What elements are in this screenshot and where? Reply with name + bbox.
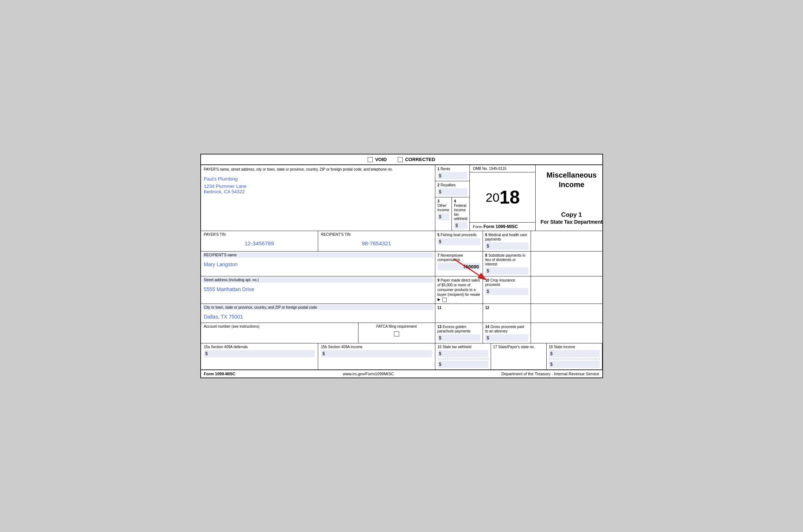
footer-form-name: Form 1099-MISC	[204, 372, 235, 376]
section15a-label: 15a Section 409A deferrals	[204, 345, 315, 349]
form-header: VOID CORRECTED	[201, 155, 602, 165]
rents-field: 1 Rents $	[435, 165, 470, 181]
section15a-value: $	[204, 350, 315, 357]
payer-field-label: PAYER'S name, street address, city or to…	[204, 167, 432, 171]
recipient-name-label: RECIPIENT'S name	[202, 252, 434, 258]
rents-value: $	[438, 172, 468, 179]
royalties-label: Royalties	[440, 183, 456, 187]
footer-website: www.irs.gov/Form1099MISC	[343, 372, 394, 376]
field11: 11	[435, 304, 483, 323]
account-label: Account number (see instructions)	[204, 324, 355, 328]
payer-city-state-zip: Bedrock, CA 54322	[204, 189, 432, 194]
excess-golden-field: 13 Excess golden parachute payments $	[435, 323, 483, 343]
title-spacer2	[531, 252, 602, 276]
bottom-fields-row: 15a Section 409A deferrals $ 15b Section…	[201, 343, 602, 370]
medical-col: 6 Medical and health care payments $	[483, 231, 531, 251]
fatca-checkbox[interactable]	[394, 331, 399, 336]
title-spacer5	[531, 323, 602, 343]
omb-number: OMB No. 1545-0115	[470, 165, 535, 172]
payer-state-label: 17 State/Payer's state no.	[493, 345, 544, 349]
crop-value: $	[485, 288, 528, 295]
recipient-name-cell: RECIPIENT'S name Mary Langston	[201, 252, 435, 276]
nonemployee-col: 7 Nonemployee compensation $ 50000	[435, 252, 483, 276]
copy-title: Copy 1	[540, 211, 602, 219]
royalties-field: 2 Royalties $	[435, 181, 470, 197]
payer-tin-cell: PAYER'S TIN 12-3456789	[201, 231, 318, 251]
footer-dept: Department of the Treasury - Internal Re…	[501, 372, 599, 376]
recipient-tin-cell: RECIPIENT'S TIN 98-7654321	[318, 231, 435, 251]
rents-label: Rents	[440, 167, 450, 171]
account-row: Account number (see instructions) FATCA …	[201, 323, 602, 343]
payer-section: PAYER'S name, street address, city or to…	[201, 165, 435, 231]
void-section: VOID	[368, 157, 387, 162]
title-spacer4	[531, 304, 602, 323]
copy-subtitle: For State Tax Department	[540, 219, 602, 226]
recipient-tin-value: 98-7654321	[321, 237, 432, 249]
state-tax-value2: $	[438, 361, 488, 368]
payer-address: 1234 Plummer Lane	[204, 183, 432, 189]
section15a-cell: 15a Section 409A deferrals $	[201, 343, 318, 369]
direct-sales-checkbox[interactable]	[442, 298, 447, 302]
void-checkbox[interactable]	[368, 157, 373, 162]
year-prefix: 20	[486, 190, 499, 205]
federal-tax-field: 4 Federal income tax withheld $	[452, 197, 470, 231]
state-tax-value1: $	[438, 350, 488, 357]
field12: 12	[483, 304, 531, 323]
street-row: Street address (including apt. no.) 5555…	[201, 276, 602, 304]
street-cell: Street address (including apt. no.) 5555…	[201, 276, 435, 303]
svg-line-1	[454, 259, 485, 279]
center-fields: 1 Rents $ 2 Royalties $ 3 Other income $	[435, 165, 470, 231]
fishing-medical-col: 5 Fishing boat proceeds $	[435, 231, 483, 251]
payer-tin-value: 12-3456789	[204, 237, 315, 249]
medical-value: $	[485, 242, 528, 250]
city-label: City or town, state or province, country…	[202, 305, 434, 310]
arrow-icon	[446, 255, 494, 284]
state-income-value1: $	[549, 350, 600, 357]
city-row: City or town, state or province, country…	[201, 304, 602, 323]
corrected-section: CORRECTED	[398, 157, 435, 162]
other-federal-row: 3 Other income $ 4 Federal income tax wi…	[435, 197, 470, 231]
royalties-num: 2	[438, 183, 440, 187]
row-payer-rents: PAYER'S name, street address, city or to…	[201, 165, 602, 231]
form-1099-misc: VOID CORRECTED PAYER'S name, street addr…	[200, 154, 603, 378]
year-display: 20 18	[470, 172, 535, 223]
corrected-label: CORRECTED	[405, 157, 435, 162]
section15b-cell: 15b Section 409A income $	[318, 343, 435, 369]
title-section: Miscellaneous Income Copy 1 For State Ta…	[536, 165, 607, 231]
section15b-label: 15b Section 409A income	[321, 345, 432, 349]
state-income-label: 18 State income	[549, 345, 600, 349]
other-income-field: 3 Other income $	[435, 197, 452, 231]
title-spacer	[531, 231, 602, 251]
state-tax-col: 16 State tax withheld $ $	[435, 343, 491, 369]
account-cell: Account number (see instructions)	[201, 323, 358, 343]
corrected-checkbox[interactable]	[398, 157, 403, 162]
tin-row: PAYER'S TIN 12-3456789 RECIPIENT'S TIN 9…	[201, 231, 602, 252]
nonemployee-field: 7 Nonemployee compensation $ 50000	[435, 252, 483, 276]
city-value: Dallas, TX 75001	[204, 312, 432, 321]
recipient-name-row: RECIPIENT'S name Mary Langston 7 Nonempl…	[201, 252, 602, 276]
recipient-name-value: Mary Langston	[204, 259, 432, 269]
form-name-omb: Form Form 1099-MISC	[470, 223, 535, 231]
payer-state-col: 17 State/Payer's state no.	[491, 343, 547, 369]
fatca-label: FATCA filing requirement	[376, 324, 417, 328]
dashed-divider2	[549, 359, 600, 359]
federal-tax-value: $	[454, 222, 468, 229]
dashed-divider	[438, 359, 488, 359]
rents-num: 1	[438, 167, 440, 171]
state-income-value2: $	[549, 361, 600, 368]
fishing-field: 5 Fishing boat proceeds $	[435, 231, 483, 251]
main-title: Miscellaneous Income	[539, 170, 603, 189]
section15b-value: $	[321, 350, 432, 357]
state-tax-label: 16 State tax withheld	[438, 345, 488, 349]
excess-golden-value: $	[438, 334, 481, 342]
street-label: Street address (including apt. no.)	[202, 277, 434, 283]
gross-proceeds-value: $	[485, 334, 528, 342]
payer-name: Paul's Plumbing	[204, 175, 432, 183]
year-suffix: 18	[499, 187, 520, 208]
title-spacer3	[531, 276, 602, 303]
street-value: 5555 Manhattan Drive	[204, 284, 432, 294]
recipient-tin-label: RECIPIENT'S TIN	[321, 232, 432, 237]
gross-proceeds-field: 14 Gross proceeds paid to an attorney $	[483, 323, 531, 343]
medical-field: 6 Medical and health care payments $	[483, 231, 531, 251]
royalties-value: $	[438, 188, 468, 196]
